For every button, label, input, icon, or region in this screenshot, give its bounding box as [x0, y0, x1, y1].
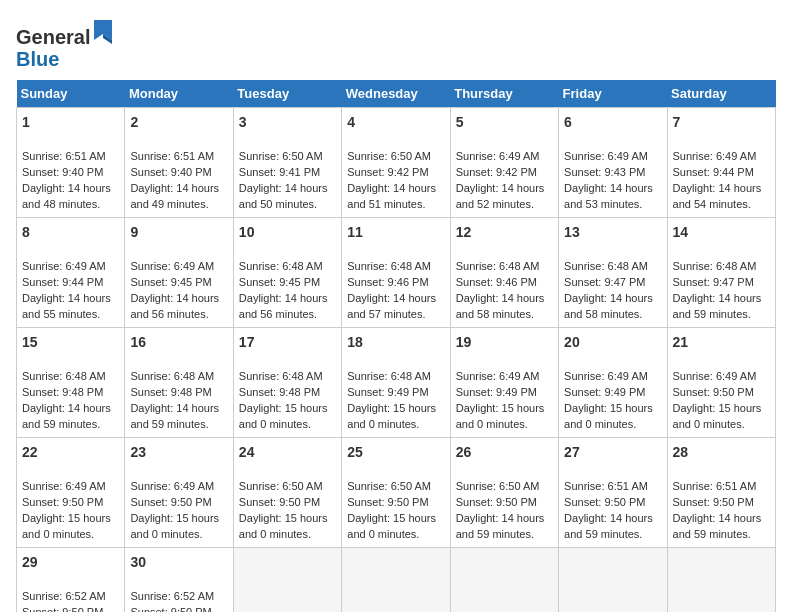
cell-line: and 0 minutes. — [347, 528, 419, 540]
cell-line: Daylight: 15 hours — [130, 512, 219, 524]
cell-line: Daylight: 14 hours — [456, 512, 545, 524]
cell-line: and 59 minutes. — [130, 418, 208, 430]
calendar-cell: 18Sunrise: 6:48 AMSunset: 9:49 PMDayligh… — [342, 327, 450, 437]
day-number: 4 — [347, 112, 444, 132]
cell-line: and 52 minutes. — [456, 198, 534, 210]
cell-line: Daylight: 15 hours — [347, 512, 436, 524]
cell-line: and 53 minutes. — [564, 198, 642, 210]
cell-line: Sunset: 9:50 PM — [130, 606, 211, 612]
calendar-row-4: 22Sunrise: 6:49 AMSunset: 9:50 PMDayligh… — [17, 437, 776, 547]
cell-line: Sunrise: 6:49 AM — [673, 150, 757, 162]
day-number: 17 — [239, 332, 336, 352]
day-number: 29 — [22, 552, 119, 572]
calendar-cell — [342, 547, 450, 612]
cell-line: Daylight: 14 hours — [22, 292, 111, 304]
cell-line: Daylight: 14 hours — [673, 292, 762, 304]
cell-line: Daylight: 14 hours — [22, 182, 111, 194]
day-number: 16 — [130, 332, 227, 352]
calendar-cell: 20Sunrise: 6:49 AMSunset: 9:49 PMDayligh… — [559, 327, 667, 437]
cell-line: and 0 minutes. — [456, 418, 528, 430]
calendar-cell: 11Sunrise: 6:48 AMSunset: 9:46 PMDayligh… — [342, 217, 450, 327]
calendar-cell: 5Sunrise: 6:49 AMSunset: 9:42 PMDaylight… — [450, 108, 558, 218]
calendar-cell: 23Sunrise: 6:49 AMSunset: 9:50 PMDayligh… — [125, 437, 233, 547]
cell-line: Sunset: 9:50 PM — [239, 496, 320, 508]
day-number: 25 — [347, 442, 444, 462]
day-number: 7 — [673, 112, 770, 132]
day-number: 14 — [673, 222, 770, 242]
calendar-cell: 4Sunrise: 6:50 AMSunset: 9:42 PMDaylight… — [342, 108, 450, 218]
cell-line: Sunset: 9:40 PM — [22, 166, 103, 178]
calendar-cell: 15Sunrise: 6:48 AMSunset: 9:48 PMDayligh… — [17, 327, 125, 437]
cell-line: Sunset: 9:47 PM — [564, 276, 645, 288]
cell-line: Sunrise: 6:50 AM — [456, 480, 540, 492]
cell-line: Sunset: 9:44 PM — [22, 276, 103, 288]
day-number: 19 — [456, 332, 553, 352]
calendar-cell: 10Sunrise: 6:48 AMSunset: 9:45 PMDayligh… — [233, 217, 341, 327]
cell-line: Daylight: 14 hours — [22, 402, 111, 414]
cell-line: Sunrise: 6:48 AM — [239, 370, 323, 382]
calendar-table: SundayMondayTuesdayWednesdayThursdayFrid… — [16, 80, 776, 612]
calendar-cell: 26Sunrise: 6:50 AMSunset: 9:50 PMDayligh… — [450, 437, 558, 547]
cell-line: Sunset: 9:46 PM — [456, 276, 537, 288]
cell-line: Sunset: 9:42 PM — [347, 166, 428, 178]
calendar-cell: 21Sunrise: 6:49 AMSunset: 9:50 PMDayligh… — [667, 327, 775, 437]
col-header-thursday: Thursday — [450, 80, 558, 108]
day-number: 13 — [564, 222, 661, 242]
cell-line: and 58 minutes. — [456, 308, 534, 320]
day-number: 10 — [239, 222, 336, 242]
calendar-cell: 2Sunrise: 6:51 AMSunset: 9:40 PMDaylight… — [125, 108, 233, 218]
cell-line: Daylight: 15 hours — [564, 402, 653, 414]
cell-line: and 0 minutes. — [130, 528, 202, 540]
cell-line: Sunrise: 6:49 AM — [564, 370, 648, 382]
calendar-cell: 12Sunrise: 6:48 AMSunset: 9:46 PMDayligh… — [450, 217, 558, 327]
calendar-cell: 24Sunrise: 6:50 AMSunset: 9:50 PMDayligh… — [233, 437, 341, 547]
cell-line: Sunset: 9:48 PM — [239, 386, 320, 398]
cell-line: and 55 minutes. — [22, 308, 100, 320]
cell-line: Daylight: 14 hours — [347, 182, 436, 194]
cell-line: and 58 minutes. — [564, 308, 642, 320]
calendar-row-3: 15Sunrise: 6:48 AMSunset: 9:48 PMDayligh… — [17, 327, 776, 437]
col-header-friday: Friday — [559, 80, 667, 108]
day-number: 20 — [564, 332, 661, 352]
cell-line: and 0 minutes. — [347, 418, 419, 430]
cell-line: Daylight: 14 hours — [673, 512, 762, 524]
cell-line: Sunrise: 6:49 AM — [22, 260, 106, 272]
calendar-cell: 27Sunrise: 6:51 AMSunset: 9:50 PMDayligh… — [559, 437, 667, 547]
day-number: 23 — [130, 442, 227, 462]
cell-line: and 0 minutes. — [239, 418, 311, 430]
cell-line: Sunset: 9:50 PM — [673, 386, 754, 398]
cell-line: Sunset: 9:49 PM — [564, 386, 645, 398]
cell-line: Sunrise: 6:52 AM — [22, 590, 106, 602]
calendar-cell: 17Sunrise: 6:48 AMSunset: 9:48 PMDayligh… — [233, 327, 341, 437]
calendar-body: 1Sunrise: 6:51 AMSunset: 9:40 PMDaylight… — [17, 108, 776, 613]
cell-line: Sunrise: 6:49 AM — [456, 150, 540, 162]
logo-blue: Blue — [16, 48, 59, 70]
cell-line: and 59 minutes. — [22, 418, 100, 430]
calendar-cell: 6Sunrise: 6:49 AMSunset: 9:43 PMDaylight… — [559, 108, 667, 218]
day-number: 27 — [564, 442, 661, 462]
day-number: 1 — [22, 112, 119, 132]
calendar-cell: 29Sunrise: 6:52 AMSunset: 9:50 PMDayligh… — [17, 547, 125, 612]
day-number: 24 — [239, 442, 336, 462]
calendar-cell — [233, 547, 341, 612]
cell-line: Sunrise: 6:49 AM — [456, 370, 540, 382]
cell-line: Daylight: 14 hours — [239, 182, 328, 194]
logo: General Blue — [16, 16, 114, 70]
day-number: 12 — [456, 222, 553, 242]
cell-line: Sunset: 9:40 PM — [130, 166, 211, 178]
cell-line: Daylight: 14 hours — [130, 182, 219, 194]
cell-line: Sunset: 9:45 PM — [130, 276, 211, 288]
cell-line: and 0 minutes. — [22, 528, 94, 540]
page-header: General Blue — [16, 16, 776, 70]
calendar-cell: 14Sunrise: 6:48 AMSunset: 9:47 PMDayligh… — [667, 217, 775, 327]
cell-line: Daylight: 15 hours — [22, 512, 111, 524]
day-number: 26 — [456, 442, 553, 462]
cell-line: Daylight: 14 hours — [239, 292, 328, 304]
calendar-cell: 8Sunrise: 6:49 AMSunset: 9:44 PMDaylight… — [17, 217, 125, 327]
cell-line: Daylight: 15 hours — [347, 402, 436, 414]
logo-general: General — [16, 26, 90, 48]
cell-line: Sunrise: 6:49 AM — [564, 150, 648, 162]
cell-line: and 49 minutes. — [130, 198, 208, 210]
day-number: 15 — [22, 332, 119, 352]
calendar-cell — [450, 547, 558, 612]
